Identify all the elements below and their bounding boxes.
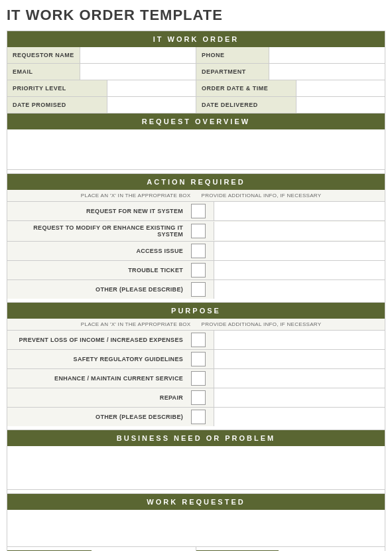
work-authorized-col: WORK AUTHORIZED BY <box>7 547 196 551</box>
action-item-4-label: TROUBLE TICKET <box>7 264 188 277</box>
action-item-2: REQUEST TO MODIFY OR ENHANCE EXISTING IT… <box>7 221 385 242</box>
purpose-instruction-row: PLACE AN 'X' IN THE APPROPRIATE BOX PROV… <box>7 319 385 331</box>
work-completed-col: WORK COMPLETED BY <box>196 547 385 551</box>
action-item-4: TROUBLE TICKET <box>7 261 385 280</box>
work-authorized-value[interactable] <box>92 547 196 551</box>
purpose-item-3-checkbox[interactable] <box>191 371 206 386</box>
work-requested-content[interactable] <box>7 510 385 546</box>
purpose-item-2: SAFETY REGULATORY GUIDELINES <box>7 350 385 369</box>
action-additional-info-label: PROVIDE ADDITIONAL INFO, IF NECESSARY <box>196 190 385 201</box>
action-required-header: ACTION REQUIRED <box>7 174 385 190</box>
work-completed-value[interactable] <box>279 547 385 551</box>
request-overview-header: REQUEST OVERVIEW <box>7 114 385 129</box>
purpose-item-5-info[interactable] <box>214 408 385 426</box>
action-item-4-checkbox[interactable] <box>191 263 206 277</box>
purpose-item-1-label: PREVENT LOSS OF INCOME / INCREASED EXPEN… <box>7 333 188 347</box>
action-item-5-info[interactable] <box>214 280 385 299</box>
purpose-additional-info-label: PROVIDE ADDITIONAL INFO, IF NECESSARY <box>196 319 385 330</box>
purpose-item-4: REPAIR <box>7 388 385 408</box>
department-value[interactable] <box>269 64 385 80</box>
purpose-item-3-info[interactable] <box>214 369 385 388</box>
email-department-row: EMAIL DEPARTMENT <box>7 64 385 80</box>
action-item-4-info[interactable] <box>214 261 385 279</box>
action-item-5-label: OTHER (PLEASE DESCRIBE) <box>7 283 188 296</box>
priority-level-value[interactable] <box>107 80 196 96</box>
action-item-3-info[interactable] <box>214 242 385 260</box>
action-place-x-label: PLACE AN 'X' IN THE APPROPRIATE BOX <box>7 190 196 201</box>
purpose-item-4-label: REPAIR <box>7 391 188 404</box>
purpose-place-x-label: PLACE AN 'X' IN THE APPROPRIATE BOX <box>7 319 196 330</box>
page-title: IT Work Order Template <box>7 7 385 24</box>
purpose-item-3: ENHANCE / MAINTAIN CURRENT SERVICE <box>7 369 385 388</box>
purpose-item-4-info[interactable] <box>214 388 385 407</box>
business-need-content[interactable] <box>7 446 385 490</box>
purpose-item-1-info[interactable] <box>214 331 385 349</box>
purpose-item-4-checkbox[interactable] <box>191 390 206 405</box>
date-promised-value[interactable] <box>107 97 196 113</box>
purpose-item-5-label: OTHER (PLEASE DESCRIBE) <box>7 410 188 424</box>
priority-level-label: PRIORITY LEVEL <box>7 80 107 96</box>
request-overview-content[interactable] <box>7 129 385 170</box>
purpose-item-1: PREVENT LOSS OF INCOME / INCREASED EXPEN… <box>7 331 385 350</box>
order-date-label: ORDER DATE & TIME <box>196 80 296 96</box>
action-item-5: OTHER (PLEASE DESCRIBE) <box>7 280 385 299</box>
action-item-3: ACCESS ISSUE <box>7 242 385 261</box>
purpose-item-1-checkbox[interactable] <box>191 333 206 347</box>
department-label: DEPARTMENT <box>196 64 269 80</box>
form-header: IT Work Order <box>7 31 385 47</box>
purpose-item-3-label: ENHANCE / MAINTAIN CURRENT SERVICE <box>7 372 188 385</box>
action-item-2-checkbox[interactable] <box>191 224 206 238</box>
action-item-1-checkbox[interactable] <box>191 204 206 218</box>
date-promised-label: DATE PROMISED <box>7 97 107 113</box>
phone-value[interactable] <box>269 47 385 63</box>
purpose-item-2-info[interactable] <box>214 350 385 368</box>
action-item-1-info[interactable] <box>214 202 385 220</box>
requestor-phone-row: REQUESTOR NAME PHONE <box>7 47 385 64</box>
requestor-name-value[interactable] <box>80 47 196 63</box>
business-need-header: BUSINESS NEED OR PROBLEM <box>7 430 385 446</box>
action-item-1-label: REQUEST FOR NEW IT SYSTEM <box>7 204 188 218</box>
requestor-name-label: REQUESTOR NAME <box>7 47 80 63</box>
action-item-2-label: REQUEST TO MODIFY OR ENHANCE EXISTING IT… <box>7 221 188 241</box>
date-delivered-label: DATE DELIVERED <box>196 97 296 113</box>
action-item-3-checkbox[interactable] <box>191 244 206 258</box>
purpose-item-5-checkbox[interactable] <box>191 410 206 424</box>
purpose-item-2-label: SAFETY REGULATORY GUIDELINES <box>7 353 188 366</box>
action-item-5-checkbox[interactable] <box>191 282 206 297</box>
action-item-2-info[interactable] <box>214 222 385 240</box>
work-requested-header: WORK REQUESTED <box>7 494 385 510</box>
email-value[interactable] <box>80 64 196 80</box>
phone-label: PHONE <box>196 47 269 63</box>
action-item-1: REQUEST FOR NEW IT SYSTEM <box>7 202 385 221</box>
purpose-item-5: OTHER (PLEASE DESCRIBE) <box>7 408 385 426</box>
email-label: EMAIL <box>7 64 80 80</box>
action-item-3-label: ACCESS ISSUE <box>7 244 188 258</box>
priority-order-row: PRIORITY LEVEL ORDER DATE & TIME <box>7 80 385 97</box>
footer-row: WORK AUTHORIZED BY WORK COMPLETED BY <box>7 546 385 551</box>
form-container: IT Work Order REQUESTOR NAME PHONE EMAIL… <box>7 31 385 551</box>
purpose-item-2-checkbox[interactable] <box>191 352 206 366</box>
date-delivered-value[interactable] <box>296 97 385 113</box>
order-date-value[interactable] <box>296 80 385 96</box>
purpose-header: PURPOSE <box>7 303 385 319</box>
action-instruction-row: PLACE AN 'X' IN THE APPROPRIATE BOX PROV… <box>7 190 385 202</box>
dates-row: DATE PROMISED DATE DELIVERED <box>7 97 385 114</box>
